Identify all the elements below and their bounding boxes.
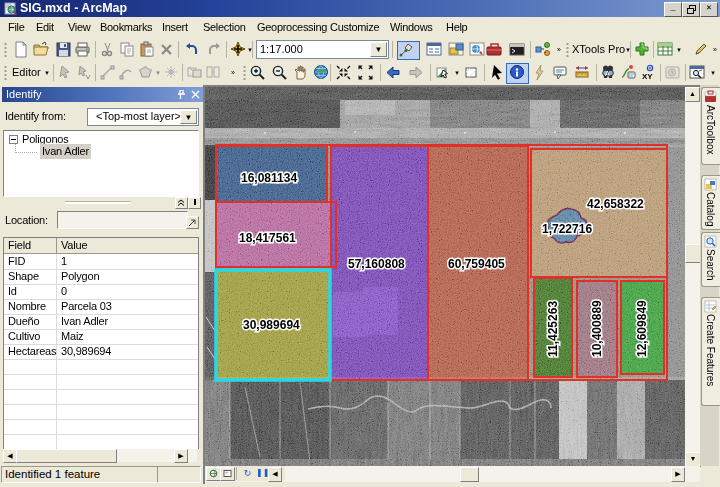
svg-text:10,400889: 10,400889 — [590, 300, 604, 357]
svg-text:A: A — [605, 70, 610, 77]
svg-text:1,722716: 1,722716 — [542, 222, 592, 236]
svg-text:16,081134: 16,081134 — [241, 171, 297, 185]
svg-text:57,160808: 57,160808 — [348, 257, 405, 271]
svg-text:12,609849: 12,609849 — [635, 300, 649, 357]
svg-text:30,989694: 30,989694 — [243, 318, 300, 332]
svg-text:11,425263: 11,425263 — [546, 301, 560, 357]
svg-text:18,417561: 18,417561 — [239, 231, 296, 245]
svg-text:42,658322: 42,658322 — [587, 197, 644, 211]
svg-text:60,759405: 60,759405 — [448, 257, 505, 271]
svg-text:XY: XY — [642, 72, 653, 81]
